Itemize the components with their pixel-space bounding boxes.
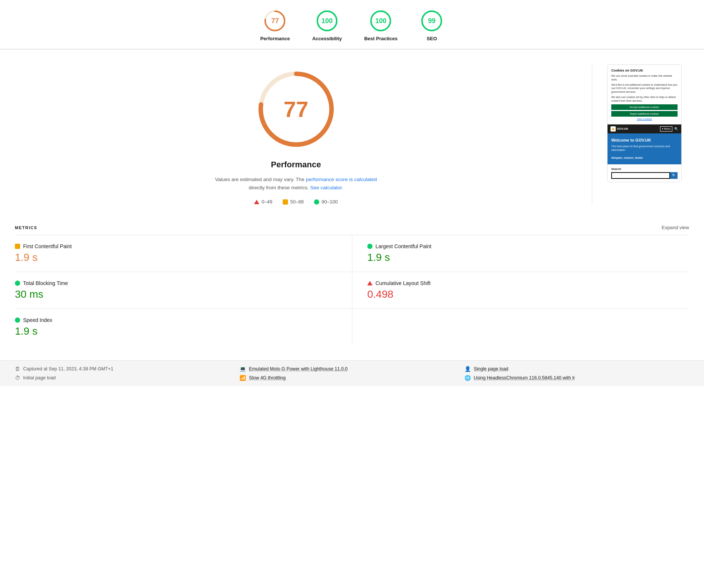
metric-lcp-name: Largest Contentful Paint <box>375 243 431 249</box>
footer-col3: 👤 Single page load 🌐 Using HeadlessChrom… <box>464 366 689 381</box>
score-item-accessibility[interactable]: 100 Accessibility <box>312 9 342 41</box>
metric-tbt-value: 30 ms <box>15 288 345 300</box>
footer-col2: 💻 Emulated Moto G Power with Lighthouse … <box>240 366 464 381</box>
score-value-seo: 99 <box>428 17 435 25</box>
ss-cookies-title: Cookies on GOV.UK <box>611 69 678 72</box>
ss-menu-button[interactable]: ▾ Menu <box>660 126 672 132</box>
score-value-best-practices: 100 <box>375 17 386 25</box>
legend-average-icon <box>283 199 288 205</box>
legend-good-range: 90–100 <box>321 199 337 205</box>
metric-cls: Cumulative Layout Shift 0.498 <box>352 272 689 309</box>
footer-chromium: 🌐 Using HeadlessChromium 116.0.5845.140 … <box>464 375 689 381</box>
ss-accept-btn[interactable]: Accept additional cookies <box>611 104 678 110</box>
score-circle-accessibility: 100 <box>315 9 339 33</box>
metric-empty <box>352 309 689 345</box>
score-circle-best-practices: 100 <box>369 9 393 33</box>
metrics-section: METRICS Expand view First Contentful Pai… <box>0 219 704 360</box>
metric-si-header: Speed Index <box>15 317 345 323</box>
legend-item-average: 50–89 <box>283 199 304 205</box>
metric-fcp-value: 1.9 s <box>15 252 345 263</box>
score-circle-performance: 77 <box>263 9 287 33</box>
ss-hero-strong: Simpler, clearer, faster <box>611 156 643 159</box>
score-value-performance: 77 <box>271 17 279 25</box>
metric-cls-name: Cumulative Layout Shift <box>375 280 431 286</box>
legend-item-good: 90–100 <box>314 199 337 205</box>
footer-throttling-link[interactable]: Slow 4G throttling <box>249 375 286 380</box>
score-circle-seo: 99 <box>420 9 444 33</box>
metrics-title: METRICS <box>15 225 37 230</box>
perf-description: Values are estimated and may vary. The p… <box>207 176 386 192</box>
footer-captured-text: Captured at Sep 11, 2023, 4:38 PM GMT+1 <box>23 366 113 372</box>
metric-tbt-name: Total Blocking Time <box>23 280 68 286</box>
footer-chromium-link[interactable]: Using HeadlessChromium 116.0.5845.140 wi… <box>474 375 575 380</box>
expand-view-button[interactable]: Expand view <box>662 225 689 230</box>
legend-fail-icon <box>254 199 259 205</box>
screenshot-panel: Cookies on GOV.UK We use some essential … <box>607 64 682 182</box>
perf-section-title: Performance <box>271 160 321 170</box>
metric-fcp-header: First Contentful Paint <box>15 243 345 249</box>
scores-bar: 77 Performance 100 Accessibility 100 Bes… <box>0 0 704 49</box>
score-label-seo: SEO <box>427 36 437 41</box>
metric-fcp-indicator <box>15 244 20 249</box>
ss-view-cookies-link[interactable]: View cookies <box>611 118 678 120</box>
footer-col1: 🗓 Captured at Sep 11, 2023, 4:38 PM GMT+… <box>15 366 240 381</box>
metric-lcp: Largest Contentful Paint 1.9 s <box>352 235 689 272</box>
performance-left-panel: 77 Performance Values are estimated and … <box>15 64 577 205</box>
ss-brand-text: GOV.UK <box>617 127 628 130</box>
footer-device-link[interactable]: Emulated Moto G Power with Lighthouse 11… <box>249 366 348 372</box>
score-value-accessibility: 100 <box>321 17 333 25</box>
score-item-performance[interactable]: 77 Performance <box>260 9 290 41</box>
metric-lcp-header: Largest Contentful Paint <box>367 243 682 249</box>
metric-cls-indicator <box>367 281 372 286</box>
metric-si-name: Speed Index <box>23 317 53 323</box>
big-score-text: 77 <box>283 97 308 122</box>
score-item-seo[interactable]: 99 SEO <box>420 9 444 41</box>
metric-si: Speed Index 1.9 s <box>15 309 352 345</box>
ss-logo: 👑 GOV.UK <box>611 126 628 132</box>
big-score-circle: 77 <box>255 68 337 150</box>
ss-crown-icon: 👑 <box>611 126 616 132</box>
metrics-header: METRICS Expand view <box>15 219 689 235</box>
metric-fcp-name: First Contentful Paint <box>23 243 72 249</box>
ss-header: 👑 GOV.UK ▾ Menu 🔍 <box>608 124 681 133</box>
laptop-icon: 💻 <box>240 366 246 372</box>
ss-search-box: 🔍 <box>611 172 678 179</box>
metrics-grid: First Contentful Paint 1.9 s Largest Con… <box>15 235 689 345</box>
metric-tbt-header: Total Blocking Time <box>15 280 345 286</box>
legend-item-fail: 0–49 <box>254 199 272 205</box>
footer-throttling: 📶 Slow 4G throttling <box>240 375 464 381</box>
metric-lcp-value: 1.9 s <box>367 252 682 263</box>
calculator-link[interactable]: See calculator. <box>310 185 343 190</box>
footer-device: 💻 Emulated Moto G Power with Lighthouse … <box>240 366 464 372</box>
score-legend: 0–49 50–89 90–100 <box>254 199 337 205</box>
ss-search-input[interactable] <box>611 172 670 179</box>
footer: 🗓 Captured at Sep 11, 2023, 4:38 PM GMT+… <box>0 360 704 386</box>
ss-hero-title: Welcome to GOV.UK <box>611 138 678 142</box>
score-label-performance: Performance <box>260 36 290 41</box>
metric-cls-value: 0.498 <box>367 288 682 300</box>
perf-score-link[interactable]: performance score is calculated <box>306 177 377 182</box>
score-item-best-practices[interactable]: 100 Best Practices <box>364 9 398 41</box>
wifi-icon: 📶 <box>240 375 246 381</box>
globe-icon: 🌐 <box>464 375 471 381</box>
ss-header-search-icon: 🔍 <box>674 127 678 131</box>
ss-cookies-p2: We'd like to set additional cookies to u… <box>611 83 678 94</box>
ss-hero-section: Welcome to GOV.UK The best place to find… <box>608 133 681 164</box>
vertical-divider <box>592 64 592 205</box>
ss-cookies-p1: We use some essential cookies to make th… <box>611 74 678 82</box>
ss-search-btn[interactable]: 🔍 <box>670 172 678 179</box>
footer-single-load: 👤 Single page load <box>464 366 689 372</box>
metric-tbt: Total Blocking Time 30 ms <box>15 272 352 309</box>
metric-tbt-indicator <box>15 281 20 286</box>
footer-single-load-link[interactable]: Single page load <box>474 366 508 372</box>
footer-captured: 🗓 Captured at Sep 11, 2023, 4:38 PM GMT+… <box>15 366 240 372</box>
metric-lcp-indicator <box>367 244 372 249</box>
legend-average-range: 50–89 <box>290 199 304 205</box>
main-content: 77 Performance Values are estimated and … <box>0 50 704 219</box>
ss-reject-btn[interactable]: Reject additional cookies <box>611 111 678 117</box>
metric-si-value: 1.9 s <box>15 325 345 337</box>
legend-good-icon <box>314 199 319 205</box>
score-label-accessibility: Accessibility <box>312 36 342 41</box>
desc-mid: directly from these metrics. <box>249 185 309 190</box>
ss-hero-p1: The best place to find government servic… <box>611 145 678 152</box>
